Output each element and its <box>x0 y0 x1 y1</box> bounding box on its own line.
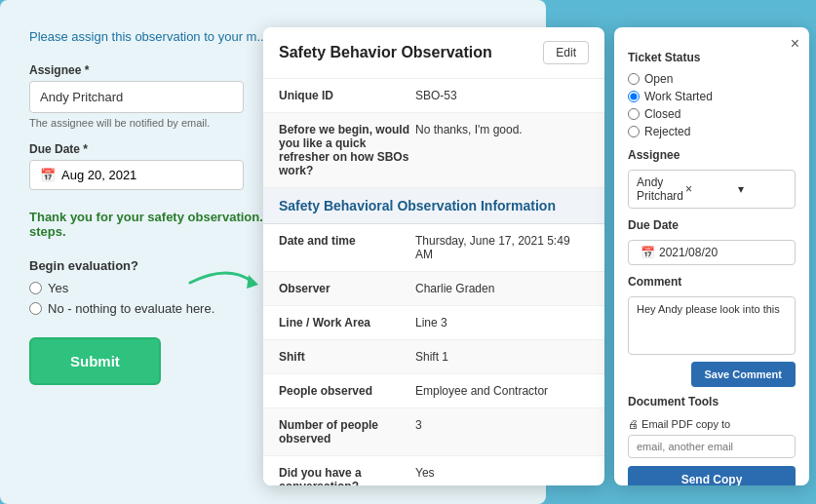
row-value: Thursday, June 17, 2021 5:49 AM <box>415 234 589 261</box>
table-row: ObserverCharlie Graden <box>263 272 604 306</box>
refresher-label: Before we begin, would you like a quick … <box>279 123 415 177</box>
row-label: Date and time <box>279 234 415 261</box>
due-date-title: Due Date <box>628 218 796 232</box>
due-date-input[interactable]: 📅 Aug 20, 2021 <box>29 160 244 190</box>
status-option[interactable]: Rejected <box>628 125 796 138</box>
table-row: ShiftShift 1 <box>263 340 604 374</box>
comment-title: Comment <box>628 275 796 289</box>
comment-textarea[interactable] <box>628 296 796 355</box>
status-option[interactable]: Closed <box>628 107 796 121</box>
calendar-icon: 📅 <box>40 168 56 182</box>
status-radio[interactable] <box>628 126 640 137</box>
row-value: Charlie Graden <box>415 282 589 295</box>
eval-yes-label: Yes <box>48 281 68 295</box>
row-value: Employee and Contractor <box>415 384 589 398</box>
assignee-clear-icon[interactable]: × <box>685 182 734 196</box>
send-copy-button[interactable]: Send Copy <box>628 466 796 485</box>
table-row: Line / Work AreaLine 3 <box>263 306 604 340</box>
email-pdf-label: 🖨 Email PDF copy to <box>628 418 730 430</box>
status-option[interactable]: Work Started <box>628 90 796 103</box>
row-label: Did you have a conversation? <box>279 466 415 485</box>
modal-header: Safety Behavior Observation Edit <box>263 27 604 79</box>
main-modal: Safety Behavior Observation Edit Unique … <box>263 27 604 485</box>
modal-rows: Date and timeThursday, June 17, 2021 5:4… <box>263 224 604 485</box>
status-label: Work Started <box>644 90 713 103</box>
email-icon: 🖨 <box>628 418 639 430</box>
due-date-field[interactable]: 📅 2021/08/20 <box>628 240 796 265</box>
save-comment-button[interactable]: Save Comment <box>691 362 796 387</box>
refresher-value: No thanks, I'm good. <box>415 123 589 177</box>
status-radio[interactable] <box>628 91 640 102</box>
status-label: Rejected <box>644 125 690 138</box>
row-label: Shift <box>279 350 415 364</box>
status-label: Open <box>644 72 673 86</box>
calendar-icon: 📅 <box>641 246 655 259</box>
refresher-row: Before we begin, would you like a quick … <box>263 113 604 188</box>
status-options: OpenWork StartedClosedRejected <box>628 72 796 138</box>
row-label: Line / Work Area <box>279 316 415 330</box>
assignee-title: Assignee <box>628 148 796 162</box>
doc-tools-title: Document Tools <box>628 395 796 408</box>
table-row: Date and timeThursday, June 17, 2021 5:4… <box>263 224 604 272</box>
assignee-text: Andy Pritchard <box>637 175 685 203</box>
submit-button[interactable]: Submit <box>29 337 161 385</box>
email-input[interactable] <box>628 435 796 458</box>
unique-id-row: Unique ID SBO-53 <box>263 79 604 113</box>
edit-button[interactable]: Edit <box>543 41 589 64</box>
status-label: Closed <box>644 107 680 121</box>
doc-tools-section: Document Tools 🖨 Email PDF copy to Send … <box>628 387 796 485</box>
close-button[interactable]: × <box>791 35 799 53</box>
table-row: Did you have a conversation?Yes <box>263 456 604 485</box>
modal-title: Safety Behavior Observation <box>279 44 492 61</box>
table-row: People observedEmployee and Contractor <box>263 374 604 408</box>
svg-marker-0 <box>247 275 258 289</box>
eval-no-radio[interactable] <box>29 302 42 315</box>
status-radio[interactable] <box>628 73 640 85</box>
status-option[interactable]: Open <box>628 72 796 86</box>
section-header: Safety Behavioral Observation Informatio… <box>263 188 604 224</box>
assignee-input[interactable] <box>29 81 244 113</box>
ticket-status-title: Ticket Status <box>628 51 796 64</box>
status-radio[interactable] <box>628 108 640 120</box>
arrow-decoration <box>180 253 268 312</box>
row-label: People observed <box>279 384 415 398</box>
table-row: Number of people observed3 <box>263 408 604 456</box>
right-panel: × Ticket Status OpenWork StartedClosedRe… <box>614 27 809 485</box>
row-label: Number of people observed <box>279 418 415 446</box>
chevron-down-icon: ▾ <box>738 182 787 196</box>
row-value: Shift 1 <box>415 350 589 364</box>
unique-id-value: SBO-53 <box>415 89 589 102</box>
row-value: Line 3 <box>415 316 589 330</box>
row-value: Yes <box>415 466 589 485</box>
unique-id-label: Unique ID <box>279 89 415 102</box>
modal-body: Unique ID SBO-53 Before we begin, would … <box>263 79 604 485</box>
row-label: Observer <box>279 282 415 295</box>
due-date-value: Aug 20, 2021 <box>61 168 136 182</box>
row-value: 3 <box>415 418 589 446</box>
due-date-text: 2021/08/20 <box>659 246 718 259</box>
eval-yes-radio[interactable] <box>29 282 42 294</box>
assignee-field[interactable]: Andy Pritchard × ▾ <box>628 170 796 209</box>
